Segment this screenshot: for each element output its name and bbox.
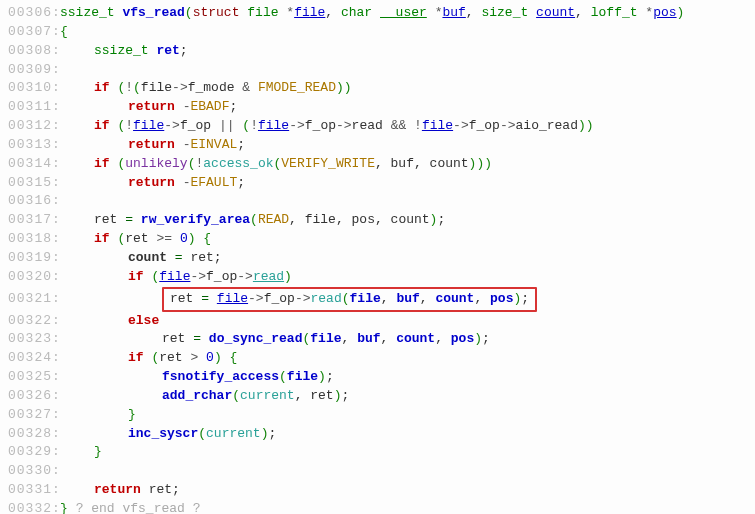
code [60,192,68,211]
code-line-321: 00321: ret = file->f_op->read(file, buf,… [0,287,755,312]
line-number: 00320: [0,268,60,287]
code-line-320: 00320: if (file->f_op->read) [0,268,755,287]
code: return -EBADF; [60,98,237,117]
code: inc_syscr(current); [60,425,276,444]
line-number: 00322: [0,312,60,331]
code-line-327: 00327: } [0,406,755,425]
line-number: 00323: [0,330,60,349]
line-number: 00310: [0,79,60,98]
code: } [60,406,136,425]
code: if (ret >= 0) { [60,230,211,249]
code-line-329: 00329: } [0,443,755,462]
line-number: 00306: [0,4,60,23]
code-line-324: 00324: if (ret > 0) { [0,349,755,368]
code [60,61,68,80]
highlighted-call: ret = file->f_op->read(file, buf, count,… [162,287,537,312]
code: else [60,312,159,331]
code-line-307: 00307: { [0,23,755,42]
line-number: 00318: [0,230,60,249]
code-line-315: 00315: return -EFAULT; [0,174,755,193]
code-line-323: 00323: ret = do_sync_read(file, buf, cou… [0,330,755,349]
code-line-306: 00306: ssize_t vfs_read(struct file *fil… [0,4,755,23]
line-number: 00315: [0,174,60,193]
code: if (ret > 0) { [60,349,237,368]
line-number: 00311: [0,98,60,117]
code: ret = do_sync_read(file, buf, count, pos… [60,330,490,349]
code: if (file->f_op->read) [60,268,292,287]
code-line-319: 00319: count = ret; [0,249,755,268]
line-number: 00331: [0,481,60,500]
line-number: 00328: [0,425,60,444]
code: ret = rw_verify_area(READ, file, pos, co… [60,211,445,230]
code: ssize_t vfs_read(struct file *file, char… [60,4,684,23]
code: } [60,443,102,462]
code: if (unlikely(!access_ok(VERIFY_WRITE, bu… [60,155,492,174]
line-number: 00317: [0,211,60,230]
line-number: 00312: [0,117,60,136]
line-number: 00326: [0,387,60,406]
line-number: 00308: [0,42,60,61]
line-number: 00307: [0,23,60,42]
line-number: 00314: [0,155,60,174]
code-line-330: 00330: [0,462,755,481]
line-number: 00313: [0,136,60,155]
code-line-317: 00317: ret = rw_verify_area(READ, file, … [0,211,755,230]
code-line-309: 00309: [0,61,755,80]
code: add_rchar(current, ret); [60,387,349,406]
line-number: 00330: [0,462,60,481]
line-number: 00309: [0,61,60,80]
code-line-314: 00314: if (unlikely(!access_ok(VERIFY_WR… [0,155,755,174]
code: return -EFAULT; [60,174,245,193]
code-line-310: 00310: if (!(file->f_mode & FMODE_READ)) [0,79,755,98]
code-line-312: 00312: if (!file->f_op || (!file->f_op->… [0,117,755,136]
code-line-326: 00326: add_rchar(current, ret); [0,387,755,406]
line-number: 00324: [0,349,60,368]
code-line-316: 00316: [0,192,755,211]
code: count = ret; [60,249,222,268]
code-line-332: 00332: } ? end vfs_read ? [0,500,755,514]
code: if (!file->f_op || (!file->f_op->read &&… [60,117,594,136]
code-line-322: 00322: else [0,312,755,331]
line-number: 00316: [0,192,60,211]
line-number: 00321: [0,290,60,309]
code [60,462,68,481]
code-line-308: 00308: ssize_t ret; [0,42,755,61]
code-line-318: 00318: if (ret >= 0) { [0,230,755,249]
code-line-325: 00325: fsnotify_access(file); [0,368,755,387]
code: if (!(file->f_mode & FMODE_READ)) [60,79,352,98]
code: return -EINVAL; [60,136,245,155]
code: fsnotify_access(file); [60,368,334,387]
code-line-331: 00331: return ret; [0,481,755,500]
code-line-311: 00311: return -EBADF; [0,98,755,117]
code: { [60,23,68,42]
code-line-313: 00313: return -EINVAL; [0,136,755,155]
code: return ret; [60,481,180,500]
line-number: 00319: [0,249,60,268]
code: ssize_t ret; [60,42,188,61]
line-number: 00332: [0,500,60,514]
code: } ? end vfs_read ? [60,500,200,514]
line-number: 00327: [0,406,60,425]
line-number: 00325: [0,368,60,387]
code-line-328: 00328: inc_syscr(current); [0,425,755,444]
code: ret = file->f_op->read(file, buf, count,… [60,287,537,312]
line-number: 00329: [0,443,60,462]
